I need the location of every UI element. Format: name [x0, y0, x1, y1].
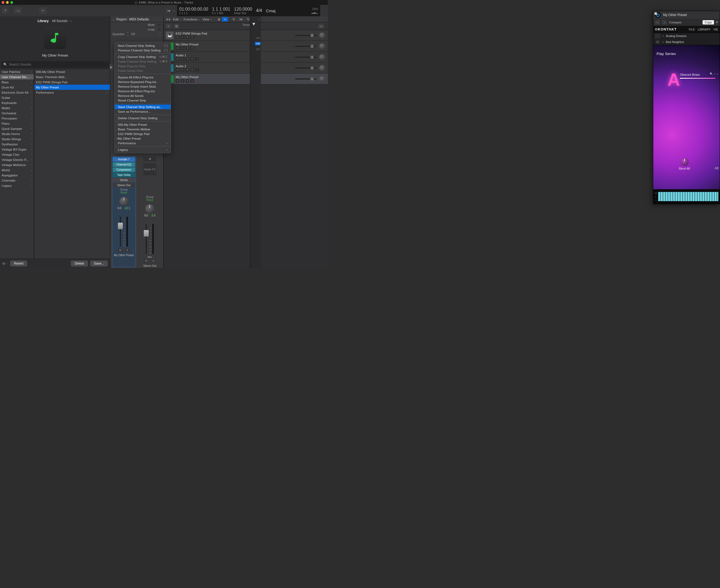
lcd-timecode[interactable]: 01:00:00:00.00	[179, 7, 208, 12]
playhead-stepper-icon[interactable]: ◀ ▶	[166, 18, 171, 21]
instrument-slot[interactable]: Kontakt 7	[113, 157, 135, 162]
save-button[interactable]: Save...	[90, 260, 108, 267]
volume-slider[interactable]	[295, 35, 316, 36]
minimize-window-icon[interactable]	[6, 1, 9, 4]
track-s-button[interactable]: S	[181, 36, 184, 39]
close-window-icon[interactable]	[2, 1, 4, 4]
search-input[interactable]: 🔍 Search Sounds	[1, 61, 109, 68]
menu-item[interactable]: Bypass All Effect Plug-ins	[115, 75, 171, 80]
category-item[interactable]: Vintage Mellotron›	[0, 162, 34, 167]
category-item[interactable]: User Patches›	[0, 69, 34, 74]
menu-item[interactable]: Remove Empty Insert Slots	[115, 84, 171, 89]
track-m-button[interactable]: M	[176, 68, 180, 71]
track-m-button[interactable]: M	[176, 79, 180, 83]
volume-slider[interactable]	[295, 67, 316, 69]
pan-knob[interactable]	[319, 54, 325, 60]
menu-item[interactable]: Basic Theremin Mellow	[115, 127, 171, 131]
stereo-link-icon[interactable]: ⧉	[143, 157, 156, 161]
quantize-select[interactable]: Off	[131, 33, 135, 36]
fader[interactable]: -30361020304060	[116, 211, 132, 247]
scissors-icon[interactable]: ✂	[39, 7, 47, 14]
lcd-tempo[interactable]: 120.0000	[234, 7, 252, 12]
channel-strip-context-menu[interactable]: Next Channel Strip Setting⇧ ]Previous Ch…	[115, 42, 171, 153]
loop-icon[interactable]: ↻	[247, 17, 250, 21]
patch-item[interactable]: 000-My Other Preset	[34, 69, 110, 74]
volume-slider[interactable]	[295, 78, 316, 80]
all-sounds-dropdown[interactable]: All Sounds⌃⌄	[52, 19, 73, 23]
menu-item[interactable]: ES2 PWM Strings Pad	[115, 131, 171, 136]
menu-item[interactable]: Previous Channel Strip Setting⇧ [	[115, 48, 171, 52]
category-item[interactable]: Vintage Electric P...›	[0, 157, 34, 162]
menu-item[interactable]: Legacy	[115, 147, 171, 152]
quantize-menu-icon[interactable]: ⌃⌄	[159, 33, 161, 36]
mute-button[interactable]: M	[144, 259, 149, 263]
volume-slider[interactable]	[295, 57, 316, 58]
track-name[interactable]: My Other Preset	[176, 76, 292, 79]
view-menu[interactable]: View ⌄	[202, 18, 212, 21]
track-name[interactable]: Audio 2	[176, 64, 292, 68]
lcd-key[interactable]: Cmaj	[266, 8, 275, 13]
view-mode-toggle[interactable]: ▦ ≡	[216, 17, 228, 21]
pan-knob[interactable]	[319, 65, 325, 71]
pan-knob[interactable]	[119, 197, 128, 206]
track-row[interactable]: My Other PresetMS❄R	[164, 41, 328, 52]
category-item[interactable]: Synthesizer›	[0, 142, 34, 147]
tempo-marker[interactable]: 120	[255, 42, 261, 45]
menu-item[interactable]: Performance	[115, 141, 171, 145]
solo-button[interactable]: S	[125, 248, 130, 252]
track-row[interactable]: ∿Audio 1MS❄RI	[164, 52, 328, 63]
menu-item[interactable]: Remove All Sends	[115, 93, 171, 98]
track-row[interactable]: 🎹ES2 PWM Strings PadMS❄R	[164, 30, 328, 41]
track-i-button[interactable]: I	[195, 58, 199, 61]
category-item[interactable]: Drum Kit›	[0, 85, 34, 90]
fx-slot[interactable]: Compressor	[113, 167, 135, 172]
add-track-button[interactable]: ＋	[165, 24, 171, 28]
track-❄-button[interactable]: ❄	[185, 58, 189, 61]
duplicate-track-button[interactable]: ⧉	[173, 24, 180, 28]
patch-list[interactable]: 000-My Other PresetBasic Theremin Mell..…	[34, 69, 110, 259]
mute-checkbox[interactable]	[158, 23, 161, 26]
fx-slot[interactable]: Channel EQ	[113, 162, 135, 167]
toolbar-toggle-button[interactable]: ▭	[14, 7, 22, 14]
pan-knob[interactable]	[319, 33, 325, 38]
volume-slider[interactable]	[295, 46, 316, 47]
category-item[interactable]: User Channel Stri...›	[0, 74, 34, 80]
menu-item[interactable]: Next Channel Strip Setting⇧ ]	[115, 43, 171, 48]
track-r-button[interactable]: R	[190, 58, 194, 61]
patch-item[interactable]: ES2 PWM Strings Pad	[34, 80, 110, 85]
track-m-button[interactable]: M	[176, 58, 180, 61]
collapse-inspector-left-icon[interactable]: ▶	[110, 64, 113, 70]
track-m-button[interactable]: M	[176, 36, 180, 39]
quantize-stepper-icon[interactable]: ⌃⌄	[127, 33, 129, 36]
library-options-button[interactable]: ⊖⌄	[2, 261, 8, 266]
pan-knob[interactable]	[145, 204, 155, 213]
menu-item[interactable]: Remove Bypassed Plug-ins	[115, 80, 171, 84]
output-slot[interactable]: Stereo Out	[113, 183, 135, 188]
patch-item[interactable]: My Other Preset	[34, 85, 110, 90]
category-item[interactable]: Orchestral›	[0, 110, 34, 116]
maximize-window-icon[interactable]	[11, 1, 13, 4]
disclosure-icon[interactable]: ⌄	[112, 18, 115, 21]
track-r-button[interactable]: R	[190, 79, 194, 83]
category-item[interactable]: Bass›	[0, 80, 34, 85]
fader[interactable]: -30361020304060	[142, 218, 158, 254]
patch-item[interactable]: Performance	[34, 90, 110, 95]
track-icon[interactable]: 🎹	[166, 31, 173, 39]
category-item[interactable]: Studio Horns›	[0, 131, 34, 136]
category-item[interactable]: Piano›	[0, 121, 34, 126]
category-item[interactable]: World›	[0, 167, 34, 173]
category-item[interactable]: Quick Sampler›	[0, 126, 34, 131]
category-item[interactable]: Arpeggiator›	[0, 173, 34, 178]
global-tracks-button[interactable]: ▭	[318, 24, 324, 28]
track-❄-button[interactable]: ❄	[185, 46, 189, 50]
tempo-lane-label[interactable]: Tempo	[242, 23, 250, 26]
category-item[interactable]: Percussion›	[0, 116, 34, 121]
track-name[interactable]: Audio 1	[176, 54, 292, 57]
menu-item[interactable]: Reset Channel Strip	[115, 98, 171, 103]
revert-button[interactable]: Revert	[10, 260, 27, 267]
pan-knob[interactable]	[319, 76, 325, 82]
track-r-button[interactable]: R	[190, 68, 194, 71]
bounce-button[interactable]: Bnc	[148, 256, 152, 258]
track-r-button[interactable]: R	[190, 36, 194, 39]
automation-curve-icon[interactable]: ↯	[232, 17, 235, 21]
